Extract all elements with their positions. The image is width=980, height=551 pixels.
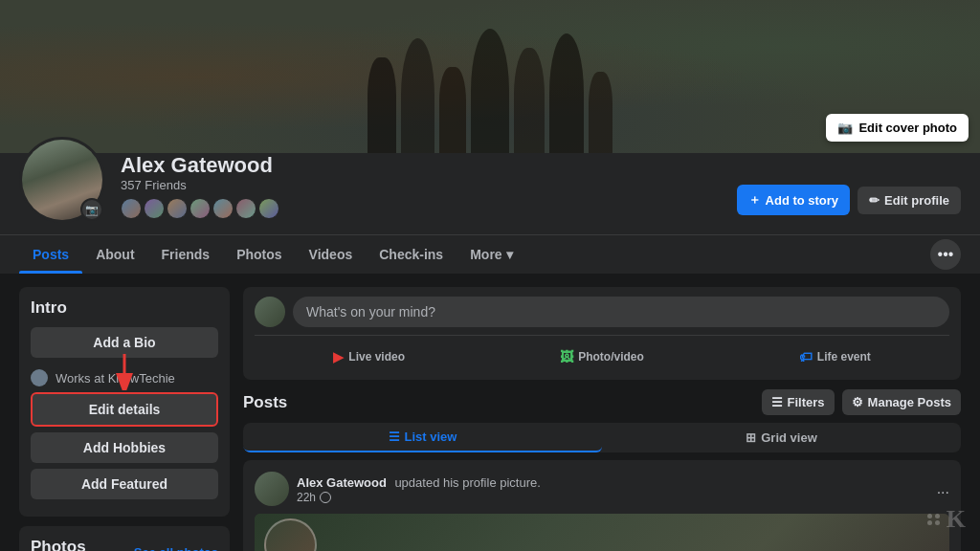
profile-header: 📷 Alex Gatewood 357 Friends ＋ Add to sto… [19,153,961,234]
manage-posts-button[interactable]: ⚙ Manage Posts [842,389,961,415]
globe-icon [320,492,331,503]
profile-name: Alex Gatewood [121,153,737,178]
friend-avatar [258,198,279,219]
tab-photos[interactable]: Photos [223,235,295,274]
edit-profile-label: Edit profile [884,193,949,208]
gear-icon: ⚙ [852,395,863,409]
profile-avatar-wrapper: 📷 [19,137,105,223]
edit-details-button[interactable]: Edit details [31,392,218,427]
add-hobbies-button[interactable]: Add Hobbies [31,432,218,463]
dots-icon: ••• [938,246,954,263]
post-user-name: Alex Gatewood updated his profile pictur… [297,474,929,491]
post-card-header: Alex Gatewood updated his profile pictur… [255,472,949,506]
post-user-avatar [255,297,285,327]
nav-more-options-button[interactable]: ••• [930,239,961,270]
posts-controls: ☰ Filters ⚙ Manage Posts [762,389,961,415]
profile-actions: ＋ Add to story ✏ Edit profile [737,185,961,223]
profile-friends-count: 357 Friends [121,178,737,192]
post-card: Alex Gatewood updated his profile pictur… [243,460,961,551]
intro-section-title: Intro [31,298,218,318]
view-toggle: ☰ List view ⊞ Grid view [243,423,961,452]
friend-avatar [189,198,211,219]
intro-card: Intro Add a Bio Works at KnowTechie [19,287,230,517]
grid-view-button[interactable]: ⊞ Grid view [602,423,961,452]
post-user-avatar [255,472,289,506]
plus-icon: ＋ [748,191,761,209]
friend-avatar [167,198,188,219]
profile-navigation: Posts About Friends Photos Videos Check-… [0,234,980,274]
life-event-button[interactable]: 🏷 Life event [721,343,949,370]
photos-section-title: Photos [31,538,86,551]
filters-button[interactable]: ☰ Filters [762,389,835,415]
friend-avatar [235,198,256,219]
briefcase-icon [31,369,48,386]
photo-icon: 🖼 [560,349,573,364]
list-view-button[interactable]: ☰ List view [243,423,602,452]
edit-details-wrapper: Edit details [31,392,218,432]
list-icon: ☰ [389,430,400,444]
post-more-options-button[interactable]: ... [937,480,949,497]
photos-header: Photos See all photos [31,538,218,551]
grid-icon: ⊞ [746,430,756,445]
add-story-label: Add to story [766,193,839,208]
friend-avatar [212,198,234,219]
tab-more[interactable]: More ▾ [457,235,525,274]
see-all-photos-link[interactable]: See all photos [134,545,218,551]
tab-posts[interactable]: Posts [19,235,82,274]
edit-cover-photo-label: Edit cover photo [858,121,957,135]
camera-icon: 📷 [837,121,853,135]
edit-cover-photo-button[interactable]: 📷 Edit cover photo [826,114,969,142]
pencil-icon: ✏ [869,193,880,208]
photo-video-button[interactable]: 🖼 Photo/video [487,343,716,370]
post-meta: 22h [297,491,929,504]
filter-icon: ☰ [771,395,783,409]
camera-icon: 📷 [85,204,99,216]
add-featured-button[interactable]: Add Featured [31,469,218,499]
create-post-card: What's on your mind? ▶ Live video 🖼 Phot… [243,287,961,380]
post-image [255,514,949,551]
live-video-button[interactable]: ▶ Live video [255,343,483,370]
posts-section-title: Posts [243,393,287,412]
tab-about[interactable]: About [82,235,147,274]
add-to-story-button[interactable]: ＋ Add to story [737,185,851,215]
avatar-camera-button[interactable]: 📷 [80,198,103,221]
right-column: What's on your mind? ▶ Live video 🖼 Phot… [243,287,961,549]
post-actions-row: ▶ Live video 🖼 Photo/video 🏷 Life event [255,335,949,370]
red-arrow-indicator [110,352,139,390]
tab-friends[interactable]: Friends [148,235,224,274]
photos-card: Photos See all photos [19,526,230,551]
friends-avatars [121,198,737,219]
tab-check-ins[interactable]: Check-ins [366,235,457,274]
friend-avatar [144,198,165,219]
create-post-row: What's on your mind? [255,297,949,327]
profile-info: Alex Gatewood 357 Friends [121,153,737,223]
friend-avatar [121,198,142,219]
profile-section: 📷 Alex Gatewood 357 Friends ＋ Add to sto… [0,153,980,234]
tab-videos[interactable]: Videos [296,235,367,274]
create-post-input[interactable]: What's on your mind? [293,297,949,327]
edit-profile-button[interactable]: ✏ Edit profile [858,187,961,214]
post-user-info: Alex Gatewood updated his profile pictur… [297,474,929,504]
main-content: Intro Add a Bio Works at KnowTechie [0,274,980,551]
live-video-icon: ▶ [333,349,344,364]
cover-photo: 📷 Edit cover photo [0,0,980,153]
left-column: Intro Add a Bio Works at KnowTechie [19,287,230,549]
posts-header: Posts ☰ Filters ⚙ Manage Posts [243,389,961,415]
life-event-icon: 🏷 [799,349,813,364]
